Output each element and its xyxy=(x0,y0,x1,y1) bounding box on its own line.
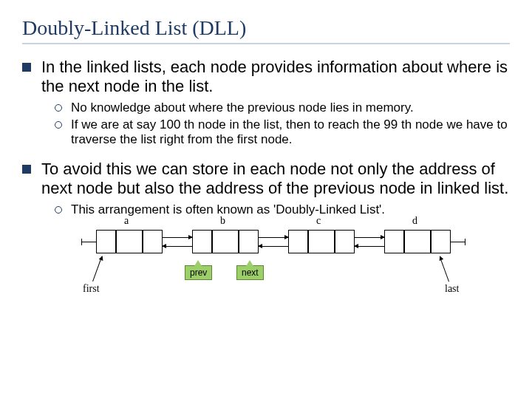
circle-bullet-icon xyxy=(55,206,62,214)
bullet-2-text: To avoid this we can store in each node … xyxy=(41,160,510,198)
node-a-label: a xyxy=(124,215,129,227)
square-bullet-icon xyxy=(22,165,31,174)
square-bullet-icon xyxy=(22,63,31,72)
bullet-2-sub-1-text: This arrangement is often known as 'Doub… xyxy=(71,202,510,218)
node-b-label: b xyxy=(220,215,225,227)
link-arrow-icon xyxy=(163,246,192,247)
first-pointer-label: first xyxy=(83,283,100,295)
link-arrow-icon xyxy=(163,237,192,238)
dll-diagram: a b c d first last prev xyxy=(81,224,466,313)
last-pointer-arrow-icon xyxy=(440,256,449,282)
first-pointer-arrow-icon xyxy=(92,256,102,282)
link-arrow-icon xyxy=(355,237,384,238)
null-next-d xyxy=(451,242,466,242)
last-pointer-label: last xyxy=(445,283,459,295)
bullet-1-sub-2: If we are at say 100 th node in the list… xyxy=(55,117,510,148)
link-arrow-icon xyxy=(259,237,288,238)
bullet-1-text: In the linked lists, each node provides … xyxy=(41,58,510,96)
bullet-1: In the linked lists, each node provides … xyxy=(22,58,510,96)
null-prev-a xyxy=(81,242,96,242)
bullet-1-sub-1: No knowledge about where the previous no… xyxy=(55,100,510,116)
node-b xyxy=(192,230,259,253)
node-d xyxy=(384,230,451,253)
node-a xyxy=(96,230,163,253)
circle-bullet-icon xyxy=(55,121,62,129)
link-arrow-icon xyxy=(355,246,384,247)
node-c xyxy=(288,230,355,253)
bullet-2: To avoid this we can store in each node … xyxy=(22,160,510,198)
node-c-label: c xyxy=(316,215,321,227)
bullet-2-sub-1: This arrangement is often known as 'Doub… xyxy=(55,202,510,218)
link-arrow-icon xyxy=(259,246,288,247)
bullet-1-sub-2-text: If we are at say 100 th node in the list… xyxy=(71,117,510,148)
bullet-1-sub-1-text: No knowledge about where the previous no… xyxy=(71,100,510,116)
prev-callout: prev xyxy=(185,265,212,280)
circle-bullet-icon xyxy=(55,104,62,112)
slide-title: Doubly-Linked List (DLL) xyxy=(22,16,510,44)
node-d-label: d xyxy=(412,215,417,227)
next-callout: next xyxy=(236,265,264,280)
